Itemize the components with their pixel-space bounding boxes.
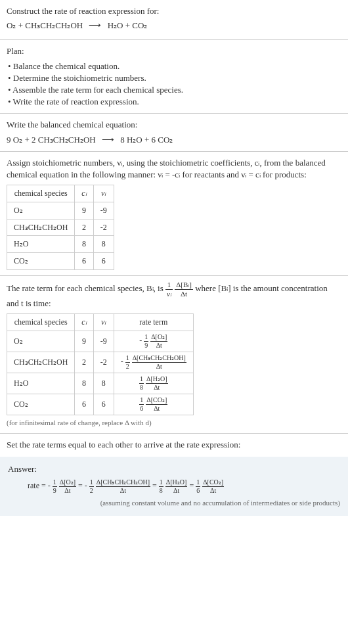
cell-species: O₂ [7,331,75,352]
fraction: 19 [53,479,57,494]
col-c: cᵢ [75,314,93,331]
table-row: H₂O 8 8 [7,236,114,253]
col-v: νᵢ [93,185,114,202]
cell-rate-term: 16 Δ[CO₂]Δt [114,394,193,415]
table-header-row: chemical species cᵢ νᵢ rate term [7,314,194,331]
fraction: Δ[Bᵢ] Δt [175,281,193,298]
fraction: Δ[CO₂]Δt [202,479,224,494]
fraction: Δ[O₂]Δt [59,479,76,494]
cell-species: O₂ [7,202,75,219]
answer-label: Answer: [8,463,340,475]
cell-c: 2 [75,352,93,373]
fraction: Δ[O₂]Δt [150,334,167,349]
fraction: Δ[CH₃CH₂CH₂OH]Δt [96,479,150,494]
col-species: chemical species [7,314,75,331]
rate-term-section: The rate term for each chemical species,… [0,276,348,434]
eq-rhs: 8 H₂O + 6 CO₂ [120,135,173,145]
answer-box: Answer: rate = - 19 Δ[O₂]Δt = - 12 Δ[CH₃… [0,457,348,517]
fraction: Δ[CH₃CH₂CH₂OH]Δt [132,355,186,370]
fraction: 12 [125,355,130,370]
arrow-icon: ⟶ [102,135,114,145]
plan-item: • Write the rate of reaction expression. [8,96,341,108]
cell-v: 8 [93,236,114,253]
prompt-section: Construct the rate of reaction expressio… [0,0,348,40]
col-rate-term: rate term [114,314,193,331]
plan-section: Plan: • Balance the chemical equation. •… [0,40,348,114]
fraction: Δ[H₂O]Δt [165,479,188,494]
table-row: CO₂ 6 6 [7,253,114,270]
rate-text-1: The rate term for each chemical species,… [7,284,163,294]
term-prefix: = [152,481,159,490]
plan-list: • Balance the chemical equation. • Deter… [7,60,341,108]
plan-item: • Assemble the rate term for each chemic… [8,84,341,96]
table-row: CH₃CH₂CH₂OH 2 -2 [7,219,114,236]
balanced-label: Write the balanced chemical equation: [7,119,341,131]
eq-lhs: O₂ + CH₃CH₂CH₂OH [7,20,83,30]
cell-c: 8 [75,373,93,394]
balanced-section: Write the balanced chemical equation: 9 … [0,114,348,151]
plan-label: Plan: [7,45,341,57]
final-text: Set the rate terms equal to each other t… [7,439,341,451]
cell-rate-term: - 12 Δ[CH₃CH₂CH₂OH]Δt [114,352,193,373]
initial-equation: O₂ + CH₃CH₂CH₂OH ⟶ H₂O + CO₂ [7,20,341,32]
col-species: chemical species [7,185,75,202]
cell-rate-term: - 19 Δ[O₂]Δt [114,331,193,352]
fraction: Δ[H₂O]Δt [146,376,168,391]
fraction: 1 νᵢ [165,281,173,298]
table-row: O₂ 9 -9 - 19 Δ[O₂]Δt [7,331,194,352]
term-prefix: rate = - [28,481,51,490]
eq-rhs: H₂O + CO₂ [108,20,148,30]
fraction: Δ[CO₂]Δt [146,397,167,412]
table-header-row: chemical species cᵢ νᵢ [7,185,114,202]
stoich-section: Assign stoichiometric numbers, νᵢ, using… [0,152,348,276]
prompt-title: Construct the rate of reaction expressio… [7,5,341,17]
fraction: 18 [139,376,144,391]
cell-species: CO₂ [7,253,75,270]
answer-equation: rate = - 19 Δ[O₂]Δt = - 12 Δ[CH₃CH₂CH₂OH… [8,479,340,494]
cell-c: 9 [75,331,93,352]
cell-species: CO₂ [7,394,75,415]
fraction: 12 [89,479,94,494]
col-v: νᵢ [93,314,114,331]
stoich-table: chemical species cᵢ νᵢ O₂ 9 -9 CH₃CH₂CH₂… [7,185,114,270]
cell-species: H₂O [7,373,75,394]
cell-c: 2 [75,219,93,236]
stoich-text: Assign stoichiometric numbers, νᵢ, using… [7,157,341,181]
fraction: 16 [196,479,200,494]
arrow-icon: ⟶ [89,20,101,30]
sign: - [139,336,142,345]
cell-v: 6 [93,253,114,270]
rate-term-intro: The rate term for each chemical species,… [7,281,341,310]
answer-note: (assuming constant volume and no accumul… [8,498,340,508]
cell-v: -9 [93,331,114,352]
cell-c: 9 [75,202,93,219]
term-prefix: = - [78,481,87,490]
cell-species: H₂O [7,236,75,253]
fraction: 18 [159,479,163,494]
cell-species: CH₃CH₂CH₂OH [7,352,75,373]
infinitesimal-note: (for infinitesimal rate of change, repla… [7,418,341,428]
balanced-equation: 9 O₂ + 2 CH₃CH₂CH₂OH ⟶ 8 H₂O + 6 CO₂ [7,134,341,146]
col-c: cᵢ [75,185,93,202]
term-prefix: = [189,481,196,490]
cell-species: CH₃CH₂CH₂OH [7,219,75,236]
table-row: CH₃CH₂CH₂OH 2 -2 - 12 Δ[CH₃CH₂CH₂OH]Δt [7,352,194,373]
cell-c: 8 [75,236,93,253]
rate-table: chemical species cᵢ νᵢ rate term O₂ 9 -9… [7,313,194,415]
cell-c: 6 [75,394,93,415]
cell-v: 6 [93,394,114,415]
cell-v: -2 [93,219,114,236]
sign: - [121,357,123,366]
cell-c: 6 [75,253,93,270]
plan-item: • Balance the chemical equation. [8,60,341,72]
cell-v: -9 [93,202,114,219]
fraction: 19 [144,334,148,349]
table-row: H₂O 8 8 18 Δ[H₂O]Δt [7,373,194,394]
table-row: O₂ 9 -9 [7,202,114,219]
cell-v: -2 [93,352,114,373]
table-row: CO₂ 6 6 16 Δ[CO₂]Δt [7,394,194,415]
cell-v: 8 [93,373,114,394]
fraction: 16 [139,397,144,412]
cell-rate-term: 18 Δ[H₂O]Δt [114,373,193,394]
final-section: Set the rate terms equal to each other t… [0,434,348,456]
